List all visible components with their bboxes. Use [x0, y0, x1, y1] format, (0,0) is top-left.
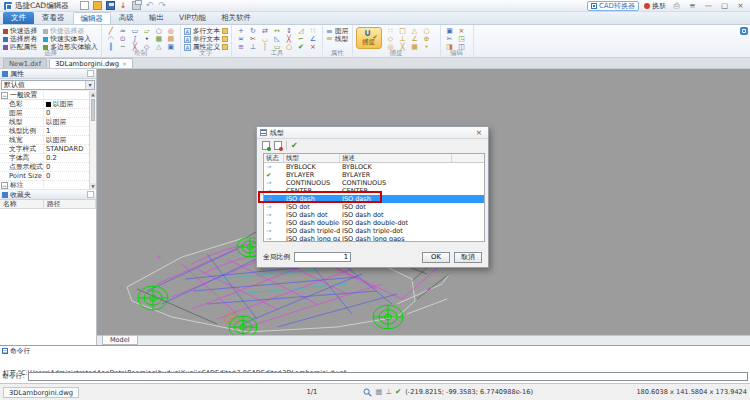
polyline-icon[interactable]: ≈: [117, 27, 129, 35]
ok-button[interactable]: OK: [422, 252, 450, 263]
cut-icon[interactable]: ✂: [444, 35, 456, 43]
property-row-point-mode[interactable]: 点显示模式0: [0, 163, 89, 172]
property-preset-dropdown[interactable]: 默认值 ▾: [1, 80, 95, 90]
snap-node-icon[interactable]: ◇: [385, 35, 397, 43]
save-file-icon[interactable]: [106, 1, 115, 10]
scale-icon[interactable]: ◿: [295, 27, 307, 35]
undo-icon[interactable]: [145, 1, 154, 10]
print-icon[interactable]: [132, 1, 141, 10]
tab-file[interactable]: 文件: [3, 12, 34, 24]
linetype-row[interactable]: BYBLOCKBYBLOCK: [264, 163, 484, 171]
snap-midpoint-icon[interactable]: △: [409, 27, 421, 35]
tab-editor[interactable]: 编辑器: [73, 12, 112, 24]
favorites-list[interactable]: [0, 209, 96, 345]
linetype-row[interactable]: BYLAYERBYLAYER: [264, 171, 484, 179]
snap-angle-icon[interactable]: ∠: [409, 35, 421, 43]
zoom-icon[interactable]: [363, 388, 372, 397]
linetype-row[interactable]: ISO dotISO dot: [264, 203, 484, 211]
circle-icon[interactable]: ○: [153, 27, 165, 35]
tab-related-software[interactable]: 相关软件: [214, 12, 258, 24]
linetype-row[interactable]: CENTERCENTER: [264, 187, 484, 195]
copy-icon[interactable]: ◳: [456, 35, 468, 43]
rectangle-icon[interactable]: ▭: [129, 27, 141, 35]
dialog-titlebar[interactable]: 线型 ×: [257, 127, 488, 139]
cancel-button[interactable]: 取消: [454, 252, 482, 263]
region-icon[interactable]: ▤: [165, 35, 177, 43]
scroll-up-icon[interactable]: ▲: [90, 91, 96, 98]
chamfer-icon[interactable]: ◺: [271, 35, 283, 43]
align-icon[interactable]: ↕: [283, 27, 295, 35]
text-extra-icon[interactable]: [222, 36, 228, 42]
text-extra-icon[interactable]: [222, 28, 228, 34]
snap-perpendicular-icon[interactable]: ⊥: [397, 35, 409, 43]
minimize-button[interactable]: —: [703, 1, 714, 11]
export-icon[interactable]: [119, 1, 128, 10]
paste-icon[interactable]: ▣: [444, 27, 456, 35]
scroll-down-icon[interactable]: ▼: [90, 183, 96, 190]
linetype-row[interactable]: ISO dash dotISO dash dot: [264, 211, 484, 219]
grid-toggle-icon[interactable]: ▦: [375, 387, 382, 397]
linetype-row[interactable]: ISO dash triple-dotISO dash triple-dot: [264, 227, 484, 235]
spline-icon[interactable]: ∫: [129, 35, 141, 43]
load-linetype-icon[interactable]: [262, 141, 270, 150]
command-input[interactable]: [28, 372, 748, 381]
main-menu-icon[interactable]: ≡: [687, 1, 698, 11]
restore-button[interactable]: ▢: [719, 1, 730, 11]
feedback-icon[interactable]: ⎙: [671, 1, 682, 11]
new-file-icon[interactable]: [80, 1, 89, 10]
explode-icon[interactable]: ╳: [283, 35, 295, 43]
col-status[interactable]: 状态: [264, 154, 284, 162]
panel-dock-icon[interactable]: [87, 191, 94, 198]
tab-advanced[interactable]: 高级: [112, 12, 141, 24]
snap-status-icon[interactable]: ✔: [395, 387, 401, 397]
ellipse-icon[interactable]: ⊙: [117, 35, 129, 43]
stretch-icon[interactable]: ↔: [271, 27, 283, 35]
delete-icon[interactable]: ×: [456, 27, 468, 35]
linetype-button[interactable]: 线型: [326, 35, 349, 43]
snap-endpoint-icon[interactable]: □: [397, 27, 409, 35]
favorites-col-name[interactable]: 名称: [0, 200, 44, 208]
linetype-row[interactable]: ISO dash long gapsISO dash long gaps: [264, 235, 484, 242]
fillet-icon[interactable]: ◡: [259, 35, 271, 43]
move-icon[interactable]: +: [235, 27, 247, 35]
join-icon[interactable]: ⌐: [295, 35, 307, 43]
collapse-icon[interactable]: [1, 182, 8, 189]
rotate-icon[interactable]: ↻: [247, 27, 259, 35]
cad-converter-button[interactable]: CAD转换器: [587, 1, 639, 11]
linetype-row[interactable]: CONTINUOUSCONTINUOUS: [264, 179, 484, 187]
dialog-close-icon[interactable]: ×: [473, 128, 485, 137]
trim-icon[interactable]: ✂: [247, 35, 259, 43]
tab-vip[interactable]: VIP功能: [172, 12, 213, 24]
snap-grid-icon[interactable]: ∷: [385, 27, 397, 35]
delete-linetype-icon[interactable]: [274, 141, 282, 150]
collapse-icon[interactable]: [1, 92, 8, 99]
linetype-row-selected[interactable]: ISO dashISO dash: [264, 195, 484, 203]
line-icon[interactable]: ╱: [105, 27, 117, 35]
polygon-icon[interactable]: ▱: [141, 27, 153, 35]
chevron-down-icon[interactable]: ▾: [85, 81, 94, 89]
close-button[interactable]: ×: [735, 1, 746, 11]
tab-viewer[interactable]: 查看器: [35, 12, 72, 24]
set-current-icon[interactable]: [291, 141, 298, 150]
snap-quadrant-icon[interactable]: ⊕: [421, 35, 433, 43]
col-linetype[interactable]: 线型: [284, 154, 340, 162]
arc-icon[interactable]: ◠: [105, 35, 117, 43]
document-tab-new1[interactable]: New1.dxf: [3, 58, 47, 68]
donut-icon[interactable]: ◎: [165, 27, 177, 35]
col-description[interactable]: 描述: [340, 154, 452, 162]
change-skin-button[interactable]: 换肤: [644, 1, 666, 11]
model-tab[interactable]: Model: [102, 336, 138, 345]
scrollbar-thumb[interactable]: [91, 99, 95, 121]
open-file-icon[interactable]: [93, 1, 102, 10]
angle-icon[interactable]: ∠: [307, 35, 319, 43]
favorites-col-path[interactable]: 路径: [44, 200, 96, 208]
redo-icon[interactable]: [158, 1, 167, 10]
mirror-icon[interactable]: ⇄: [259, 27, 271, 35]
snap-center-icon[interactable]: ○: [421, 27, 433, 35]
property-grid-scrollbar[interactable]: ▲ ▼: [89, 91, 96, 190]
array-icon[interactable]: ∷: [307, 27, 319, 35]
ortho-toggle-icon[interactable]: ⊥: [385, 387, 392, 397]
panel-dock-icon[interactable]: [87, 70, 94, 77]
snap-toggle-button[interactable]: 捕捉: [356, 27, 382, 49]
ribbon-collapse-icon[interactable]: [740, 27, 748, 35]
